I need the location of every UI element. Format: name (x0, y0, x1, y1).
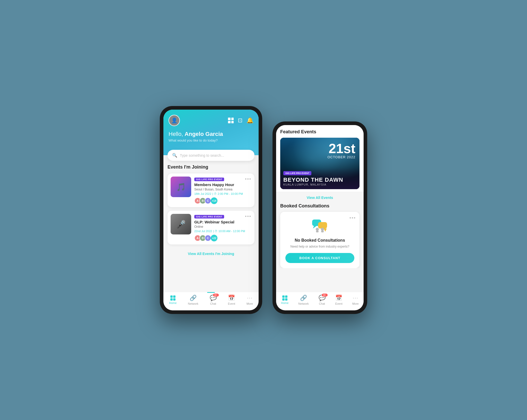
svg-rect-2 (318, 222, 327, 229)
phone-2: Featured Events 21st OCTOBER 2022 GIG (273, 121, 367, 314)
svg-point-4 (316, 228, 319, 231)
event-card-1[interactable]: 🎵 GIG LIFE PRO EVENT Members Happy Hour … (168, 173, 254, 207)
view-all-events-link[interactable]: View All Events I'm Joining (168, 248, 254, 258)
event-date-month: OCTOBER 2022 (327, 155, 355, 159)
phone-1: 👤 ⊡ 🔔 Hello, Angelo Garcia What would yo… (160, 106, 262, 314)
phone-2-screen: Featured Events 21st OCTOBER 2022 GIG (276, 125, 364, 310)
network-icon: 🔗 (190, 295, 197, 301)
event-info-1: GIG LIFE PRO EVENT Members Happy Hour Se… (194, 177, 251, 204)
bottom-nav-2: Home 🔗 Network 💬 99+ Chat 📅 Event (276, 292, 364, 310)
grid-icon[interactable] (228, 118, 234, 123)
scan-icon[interactable]: ⊡ (238, 117, 242, 124)
event-tag-1: GIG LIFE PRO EVENT (194, 178, 224, 181)
phone-1-screen: 👤 ⊡ 🔔 Hello, Angelo Garcia What would yo… (163, 110, 259, 310)
attendee-count-1: +14 (211, 197, 217, 204)
p2-event-icon: 📅 (335, 295, 342, 301)
attendee-avatar: C (205, 197, 211, 204)
avatar[interactable]: 👤 (169, 115, 180, 126)
event-name-2: GLP: Webinar Special (194, 220, 251, 224)
svg-marker-1 (313, 226, 317, 229)
p2-nav-chat[interactable]: 💬 99+ Chat (319, 295, 326, 305)
svg-rect-7 (321, 231, 324, 232)
greeting-text: Hello, Angelo Garcia (169, 131, 253, 137)
bottom-nav-1: Home 🔗 Network 💬 99+ Chat 📅 Event (163, 292, 259, 310)
consult-empty-desc: Need help or advice from industry expert… (285, 244, 354, 249)
attendee-count-2: +22 (211, 235, 217, 241)
event-name-1: Members Happy Hour (194, 182, 251, 187)
event-menu-1[interactable]: ••• (245, 177, 251, 182)
nav-active-indicator (207, 292, 215, 293)
event-date-badge: 21st OCTOBER 2022 (327, 142, 355, 159)
p2-home-icon (282, 295, 287, 301)
svg-marker-3 (324, 229, 327, 232)
chat-icon: 💬 99+ (210, 295, 217, 301)
nav-network-label: Network (188, 302, 198, 305)
attendee-avatar: C (205, 235, 211, 241)
nav-home[interactable]: Home (169, 295, 177, 304)
p2-chat-icon: 💬 99+ (319, 295, 326, 301)
more-icon: ⋯ (247, 295, 252, 301)
search-placeholder: Type something to search... (180, 153, 224, 157)
event-card-2[interactable]: 🎤 GIG LIFE PRO EVENT GLP: Webinar Specia… (168, 211, 254, 244)
event-datetime-2: 22nd Jul 2022 | ⏱ 10:00 AM - 12:00 PM (194, 230, 251, 233)
p2-nav-event[interactable]: 📅 Event (335, 295, 342, 305)
consultations-content: Booked Consultations ••• (276, 203, 364, 268)
scene: 👤 ⊡ 🔔 Hello, Angelo Garcia What would yo… (160, 106, 367, 314)
p2-nav-network-label: Network (298, 302, 309, 305)
consultation-icon (285, 217, 354, 235)
event-location-2: Online (194, 225, 251, 229)
featured-title: Featured Events (280, 129, 359, 135)
consultation-card: ••• (280, 212, 359, 268)
p2-more-icon: ⋯ (353, 295, 358, 301)
event-info-2: GIG LIFE PRO EVENT GLP: Webinar Special … (194, 214, 251, 241)
consultations-section-title: Booked Consultations (280, 203, 359, 209)
subtitle-text: What would you like to do today? (169, 138, 253, 142)
p2-nav-event-label: Event (335, 302, 342, 305)
nav-more-label: More (247, 302, 253, 305)
event-datetime-1: 18th Jul 2022 | ⏱ 2:00 PM - 10:00 PM (194, 192, 251, 195)
events-section-title: Events I'm Joining (168, 164, 254, 170)
event-icon: 📅 (228, 295, 235, 301)
nav-event-label: Event (228, 302, 235, 305)
p2-nav-more-label: More (352, 302, 359, 305)
event-image-2: 🎤 (171, 214, 191, 234)
nav-chat-label: Chat (210, 302, 216, 305)
p2-nav-chat-label: Chat (319, 302, 325, 305)
event-tag-2: GIG LIFE PRO EVENT (194, 215, 224, 218)
featured-event-card[interactable]: 21st OCTOBER 2022 GIG LIFE PRO EVENT BEY… (280, 138, 359, 189)
view-all-events-btn[interactable]: View All Events (276, 192, 364, 203)
bell-icon[interactable]: 🔔 (247, 117, 253, 124)
p2-network-icon: 🔗 (300, 295, 307, 301)
consult-empty-title: No Booked Consultations (285, 238, 354, 243)
top-icons: ⊡ 🔔 (228, 117, 253, 124)
nav-chat[interactable]: 💬 99+ Chat (210, 295, 217, 305)
attendees-1: A B C +14 (194, 197, 251, 204)
nav-event[interactable]: 📅 Event (228, 295, 235, 305)
events-content: Events I'm Joining 🎵 GIG LIFE PRO EVENT … (163, 155, 259, 286)
phone-1-header: 👤 ⊡ 🔔 Hello, Angelo Garcia What would yo… (163, 110, 259, 155)
search-bar[interactable]: 🔍 Type something to search... (168, 150, 254, 161)
top-bar: 👤 ⊡ 🔔 (169, 115, 253, 126)
event-date-day: 21st (327, 142, 355, 155)
p2-nav-home[interactable]: Home (281, 295, 288, 304)
p2-nav-home-label: Home (281, 301, 288, 304)
nav-network[interactable]: 🔗 Network (188, 295, 198, 305)
event-menu-2[interactable]: ••• (245, 214, 251, 219)
p2-nav-more[interactable]: ⋯ More (352, 295, 359, 305)
consult-menu[interactable]: ••• (349, 215, 356, 221)
nav-more[interactable]: ⋯ More (247, 295, 253, 305)
event-location-1: Seoul / Busan, South Korea (194, 188, 251, 191)
event-image-1: 🎵 (171, 177, 191, 197)
home-icon (170, 295, 175, 301)
p2-chat-badge: 99+ (322, 294, 328, 296)
book-consultant-btn[interactable]: BOOK A CONSULTANT (285, 253, 354, 263)
chat-badge: 99+ (213, 294, 219, 296)
search-icon: 🔍 (172, 153, 177, 158)
attendees-2: A B C +22 (194, 235, 251, 241)
nav-home-label: Home (169, 301, 177, 304)
featured-header: Featured Events 21st OCTOBER 2022 GIG (276, 125, 364, 192)
p2-nav-network[interactable]: 🔗 Network (298, 295, 309, 305)
svg-point-6 (321, 228, 324, 231)
svg-rect-5 (316, 231, 319, 232)
